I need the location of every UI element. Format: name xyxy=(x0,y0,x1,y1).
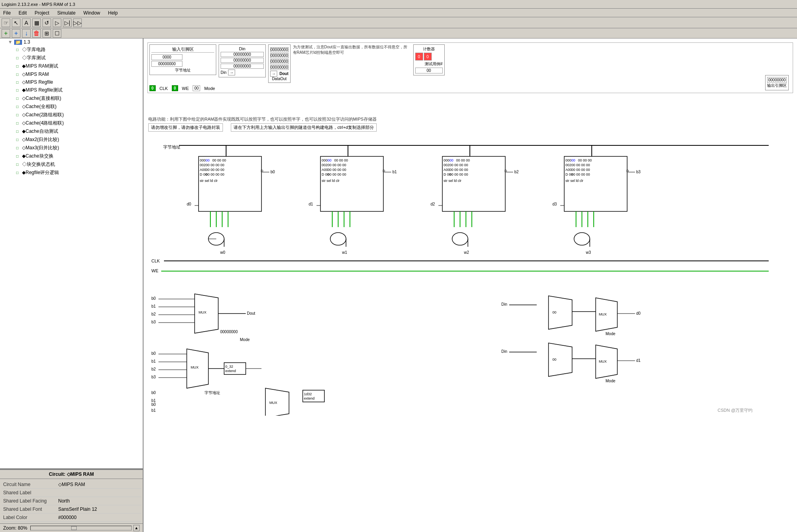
tree-label-13: ◆Cache块交换 xyxy=(22,153,53,160)
svg-text:w2: w2 xyxy=(464,250,469,255)
din-val3: 00000000 xyxy=(221,64,264,69)
menu-window[interactable]: Window xyxy=(82,9,102,17)
back-btn[interactable]: ↺ xyxy=(42,18,51,27)
din-val2: 00000000 xyxy=(221,58,264,63)
svg-text:b2: b2 xyxy=(151,312,156,316)
info-value-3: SansSerif Plain 12 xyxy=(58,506,140,512)
tree-item-13[interactable]: □ ◆Cache块交换 xyxy=(0,152,143,160)
tree-item-6[interactable]: □ ◇Cache(直接相联) xyxy=(0,94,143,103)
svg-text:b0: b0 xyxy=(151,351,156,356)
svg-text:Mode: Mode xyxy=(606,332,615,336)
text-tool-btn[interactable]: A xyxy=(22,18,31,27)
cursor-tool-btn[interactable]: ↖ xyxy=(12,18,20,27)
tree-item-3[interactable]: □ ◇MIPS RAM xyxy=(0,70,143,78)
tree-item-9[interactable]: □ ◇Cache(4路组相联) xyxy=(0,119,143,127)
zoom-bar: Zoom: 80% ▲ xyxy=(0,523,143,532)
toolbar1: ☞ ↖ A ▦ ↺ ▷ ▷| ▷▷ xyxy=(0,17,797,28)
tree-icon-3: □ xyxy=(14,71,20,77)
square-btn[interactable]: ☐ xyxy=(53,29,61,38)
toolbar2: + + ↓ 🗑 ⊞ ☐ xyxy=(0,28,797,39)
delete-btn[interactable]: 🗑 xyxy=(32,29,41,38)
svg-text:A00: A00 xyxy=(322,168,328,172)
tree-item-14[interactable]: □ ◇块交换状态机 xyxy=(0,160,143,169)
canvas-area[interactable]: 输入引脚区 0000 00000000 字节地址 Din 00000000 xyxy=(144,39,797,532)
tree-item-7[interactable]: □ ◇Cache(全相联) xyxy=(0,103,143,111)
clk-val[interactable]: 0 xyxy=(149,85,156,91)
tree-area[interactable]: ▼ 📁 1.3 □ ◇字库电路 □ ◇字库测试 □ ◆MIPS RAM测试 □ … xyxy=(0,39,143,469)
tree-item-10[interactable]: □ ◆Cache自动测试 xyxy=(0,127,143,136)
input-port-label: 输入引脚区 xyxy=(151,46,214,53)
din-arrow: → xyxy=(228,70,235,75)
svg-text:d1: d1 xyxy=(309,202,313,206)
svg-text:str sel ld clr: str sel ld clr xyxy=(565,179,583,183)
tree-item-1[interactable]: □ ◇字库测试 xyxy=(0,54,143,62)
svg-text:d0: d0 xyxy=(636,311,641,316)
play-fast-btn[interactable]: ▷▷ xyxy=(73,18,82,27)
func-desc: 电路功能：利用下图中给定的RAM器件实现既既可以按照字节，也可以按照半字，也可以… xyxy=(148,116,792,122)
hand-tool-btn[interactable]: ☞ xyxy=(2,18,10,27)
svg-text:00 00 00 00: 00 00 00 00 xyxy=(571,168,590,172)
svg-text:A00: A00 xyxy=(444,168,450,172)
tree-item-8[interactable]: □ ◇Cache(2路组相联) xyxy=(0,111,143,119)
tree-label-5: ◆MIPS Regfile测试 xyxy=(22,87,63,94)
din-val1: 00000000 xyxy=(221,52,264,57)
svg-text:00 00 00 00: 00 00 00 00 xyxy=(571,172,590,176)
svg-text:00: 00 xyxy=(571,158,575,162)
svg-text:Dout: Dout xyxy=(247,311,255,316)
zoom-slider[interactable] xyxy=(30,526,132,530)
svg-text:002: 002 xyxy=(565,163,571,167)
move-down-btn[interactable]: ↓ xyxy=(22,29,31,38)
we-val[interactable]: 0 xyxy=(172,85,178,91)
wire-btn[interactable]: ⊞ xyxy=(42,29,51,38)
tree-item-11[interactable]: □ ◇Max2(归并比较) xyxy=(0,136,143,144)
tree-item-4[interactable]: □ ◇MIPS Regfile xyxy=(0,78,143,86)
zoom-up-btn[interactable]: ▲ xyxy=(133,525,140,531)
clk-label-bot: CLK xyxy=(160,86,168,91)
byte-addr-label: 字节地址 xyxy=(151,68,214,73)
svg-text:b3: b3 xyxy=(151,320,156,324)
svg-text:00 00 00: 00 00 00 xyxy=(578,158,592,162)
menu-file[interactable]: File xyxy=(2,9,12,17)
svg-point-72 xyxy=(452,233,468,245)
play-btn[interactable]: ▷ xyxy=(53,18,61,27)
svg-text:extend: extend xyxy=(304,396,315,400)
svg-text:MUX: MUX xyxy=(269,401,277,405)
tree-item-2[interactable]: □ ◆MIPS RAM测试 xyxy=(0,62,143,70)
menu-tool-btn[interactable]: ▦ xyxy=(32,18,41,27)
svg-text:00: 00 xyxy=(206,158,210,162)
circuit-title: Circuit: ◇MIPS RAM xyxy=(0,470,143,479)
svg-marker-157 xyxy=(265,388,289,416)
svg-text:b0: b0 xyxy=(151,391,156,395)
svg-text:Din: Din xyxy=(501,302,507,306)
menu-simulate[interactable]: Simulate xyxy=(55,9,77,17)
svg-text:00 00 00: 00 00 00 xyxy=(212,158,226,162)
add-green-btn[interactable]: + xyxy=(2,29,10,38)
tree-item-5[interactable]: □ ◆MIPS Regfile测试 xyxy=(0,86,143,94)
svg-text:00 00 00 00: 00 00 00 00 xyxy=(206,172,225,176)
svg-text:0_32: 0_32 xyxy=(225,365,233,369)
menu-bar: File Edit Project Simulate Window Help xyxy=(0,9,797,17)
tree-item-0[interactable]: □ ◇字库电路 xyxy=(0,46,143,54)
svg-text:b0: b0 xyxy=(151,402,156,407)
svg-text:00: 00 xyxy=(328,158,331,162)
svg-text:d3: d3 xyxy=(552,202,557,206)
tree-root[interactable]: ▼ 📁 1.3 xyxy=(0,39,143,46)
tree-label-12: ◇Max3(归并比较) xyxy=(22,145,59,151)
menu-project[interactable]: Project xyxy=(33,9,51,17)
desc-inner: 输入引脚区 0000 00000000 字节地址 Din 00000000 xyxy=(149,44,791,83)
svg-text:A00: A00 xyxy=(200,168,206,172)
output-port-label: 输出引脚区 xyxy=(767,83,787,88)
tree-item-15[interactable]: □ ◆Regfile评分逻辑 xyxy=(0,169,143,177)
svg-text:00 00 00 00: 00 00 00 00 xyxy=(571,163,590,167)
menu-edit[interactable]: Edit xyxy=(17,9,28,17)
tree-item-12[interactable]: □ ◇Max3(归并比较) xyxy=(0,144,143,152)
svg-text:Din: Din xyxy=(501,349,507,354)
svg-text:Mode: Mode xyxy=(606,379,615,383)
add-blue-btn[interactable]: + xyxy=(12,29,20,38)
info-value-1 xyxy=(58,490,140,495)
play-step-btn[interactable]: ▷| xyxy=(63,18,72,27)
counter-display: 0 xyxy=(415,53,423,61)
svg-text:b1: b1 xyxy=(151,359,156,363)
dataout-label: DataOut xyxy=(270,77,289,81)
menu-help[interactable]: Help xyxy=(107,9,120,17)
